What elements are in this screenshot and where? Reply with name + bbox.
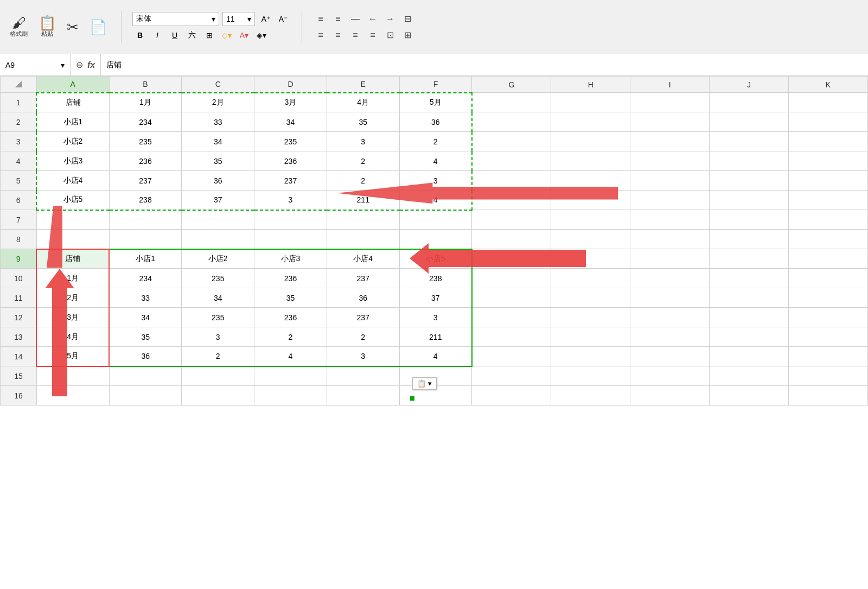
cell-e12[interactable]: 237 (327, 308, 399, 327)
cell-d8[interactable] (254, 230, 327, 249)
align-right-button[interactable]: ≡ (348, 28, 363, 42)
cell-h6[interactable] (551, 191, 630, 210)
cell-b14[interactable]: 36 (109, 347, 182, 366)
cell-d7[interactable] (254, 210, 327, 230)
cell-j5[interactable] (710, 171, 789, 191)
cell-b2[interactable]: 234 (109, 112, 182, 132)
cell-k12[interactable] (789, 308, 868, 327)
cell-f13[interactable]: 211 (399, 327, 472, 347)
cell-e16[interactable] (327, 386, 399, 406)
font-name-box[interactable]: 宋体 ▾ (132, 12, 219, 26)
col-header-h[interactable]: H (551, 77, 630, 93)
cell-e11[interactable]: 36 (327, 288, 399, 308)
cell-a1[interactable]: 店铺 (36, 93, 109, 112)
cell-h2[interactable] (551, 112, 630, 132)
font-shrink-button[interactable]: A⁻ (276, 12, 291, 26)
cell-a14[interactable]: 5月 (36, 347, 109, 366)
cell-g10[interactable] (472, 269, 551, 288)
cell-i3[interactable] (630, 132, 710, 151)
cell-a15[interactable] (36, 366, 109, 386)
cell-k6[interactable] (789, 191, 868, 210)
cell-a11[interactable]: 2月 (36, 288, 109, 308)
cell-f12[interactable]: 3 (399, 308, 472, 327)
merge-button[interactable]: ⊞ (400, 28, 415, 42)
cell-e10[interactable]: 237 (327, 269, 399, 288)
cell-e14[interactable]: 3 (327, 347, 399, 366)
cell-f11[interactable]: 37 (399, 288, 472, 308)
cell-i15[interactable] (630, 366, 710, 386)
cell-g4[interactable] (472, 151, 551, 171)
cell-e9[interactable]: 小店4 (327, 249, 399, 269)
italic-button[interactable]: I (150, 28, 165, 42)
cell-e1[interactable]: 4月 (327, 93, 399, 112)
cell-d16[interactable] (254, 386, 327, 406)
cell-f6[interactable]: 4 (399, 191, 472, 210)
cell-e5[interactable]: 2 (327, 171, 399, 191)
cell-g12[interactable] (472, 308, 551, 327)
cell-b16[interactable] (109, 386, 182, 406)
cell-k11[interactable] (789, 288, 868, 308)
formula-input[interactable] (101, 61, 868, 69)
format-brush-button[interactable]: 🖌 格式刷 (7, 14, 31, 40)
col-header-g[interactable]: G (472, 77, 551, 93)
col-header-i[interactable]: I (630, 77, 710, 93)
cell-j14[interactable] (710, 347, 789, 366)
cell-a7[interactable] (36, 210, 109, 230)
cell-a8[interactable] (36, 230, 109, 249)
cell-e7[interactable] (327, 210, 399, 230)
cell-d9[interactable]: 小店3 (254, 249, 327, 269)
cell-d15[interactable] (254, 366, 327, 386)
cell-b15[interactable] (109, 366, 182, 386)
cell-h16[interactable] (551, 386, 630, 406)
cell-a6[interactable]: 小店5 (36, 191, 109, 210)
cell-f1[interactable]: 5月 (399, 93, 472, 112)
cell-k8[interactable] (789, 230, 868, 249)
cell-g2[interactable] (472, 112, 551, 132)
cell-k10[interactable] (789, 269, 868, 288)
cell-e6[interactable]: 211 (327, 191, 399, 210)
copy-button[interactable]: 📄 (86, 18, 110, 36)
cell-h3[interactable] (551, 132, 630, 151)
cell-f10[interactable]: 238 (399, 269, 472, 288)
cell-h10[interactable] (551, 269, 630, 288)
cell-d4[interactable]: 236 (254, 151, 327, 171)
cell-i14[interactable] (630, 347, 710, 366)
align-top-right-button[interactable]: — (348, 12, 363, 26)
cell-i10[interactable] (630, 269, 710, 288)
align-indent-right-button[interactable]: → (382, 12, 398, 26)
cell-f14[interactable]: 4 (399, 347, 472, 366)
cell-e8[interactable] (327, 230, 399, 249)
cell-d2[interactable]: 34 (254, 112, 327, 132)
cell-j16[interactable] (710, 386, 789, 406)
cell-b8[interactable] (109, 230, 182, 249)
cell-c8[interactable] (182, 230, 254, 249)
cell-d11[interactable]: 35 (254, 288, 327, 308)
cell-c11[interactable]: 34 (182, 288, 254, 308)
cell-i8[interactable] (630, 230, 710, 249)
cell-c10[interactable]: 235 (182, 269, 254, 288)
cell-g13[interactable] (472, 327, 551, 347)
cell-g16[interactable] (472, 386, 551, 406)
cell-g14[interactable] (472, 347, 551, 366)
cell-d13[interactable]: 2 (254, 327, 327, 347)
cell-c7[interactable] (182, 210, 254, 230)
cell-f9[interactable]: 小店5 (399, 249, 472, 269)
align-top-left-button[interactable]: ≡ (313, 12, 328, 26)
cell-i6[interactable] (630, 191, 710, 210)
fill-button[interactable]: ◇▾ (219, 28, 234, 42)
border-button[interactable]: ⊞ (202, 28, 217, 42)
cell-e2[interactable]: 35 (327, 112, 399, 132)
cell-i9[interactable] (630, 249, 710, 269)
cell-i2[interactable] (630, 112, 710, 132)
cell-g11[interactable] (472, 288, 551, 308)
cell-a13[interactable]: 4月 (36, 327, 109, 347)
cell-e4[interactable]: 2 (327, 151, 399, 171)
cell-i11[interactable] (630, 288, 710, 308)
cell-h4[interactable] (551, 151, 630, 171)
cell-h15[interactable] (551, 366, 630, 386)
font-grow-button[interactable]: A⁺ (258, 12, 273, 26)
cell-i12[interactable] (630, 308, 710, 327)
cell-j1[interactable] (710, 93, 789, 112)
cell-e3[interactable]: 3 (327, 132, 399, 151)
cell-d10[interactable]: 236 (254, 269, 327, 288)
